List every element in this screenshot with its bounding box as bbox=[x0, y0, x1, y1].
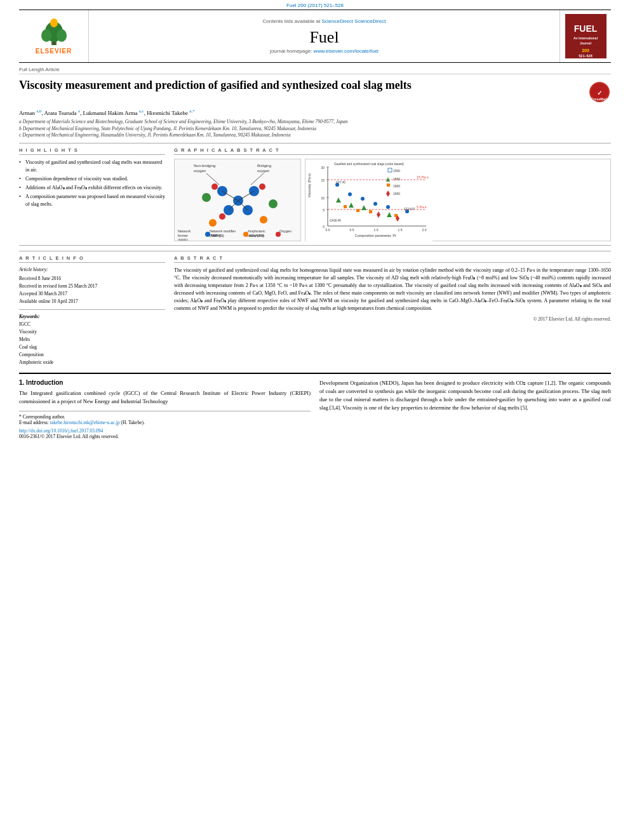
svg-text:(NWF): (NWF) bbox=[178, 238, 188, 241]
svg-text:Gasified and synthesized coal : Gasified and synthesized coal slags (col… bbox=[334, 162, 404, 166]
svg-text:1500: 1500 bbox=[393, 169, 400, 173]
svg-text:Composition parameter, Pt: Composition parameter, Pt bbox=[354, 234, 396, 237]
svg-point-2 bbox=[41, 29, 51, 42]
copyright-line: © 2017 Elsevier Ltd. All rights reserved… bbox=[174, 316, 611, 322]
svg-text:Amphoteric: Amphoteric bbox=[248, 229, 265, 233]
abstract-col: A B S T R A C T The viscosity of gasifie… bbox=[174, 255, 611, 366]
introduction-section: 1. Introduction The Integrated gasificat… bbox=[19, 379, 611, 439]
intro-heading: 1. Introduction bbox=[19, 379, 311, 386]
affiliation-a: a Department of Materials Science and Bi… bbox=[19, 119, 611, 126]
main-content-divider bbox=[19, 373, 611, 374]
keywords-list: IGCC Viscosity Melts Coal slag Compositi… bbox=[19, 321, 165, 366]
journal-header: ELSEVIER Contents lists available at Sci… bbox=[19, 10, 611, 63]
svg-rect-85 bbox=[344, 205, 347, 208]
crossmark-badge: ✓ CrossMark bbox=[588, 81, 611, 103]
svg-point-76 bbox=[348, 192, 352, 196]
svg-text:521–528: 521–528 bbox=[579, 54, 592, 58]
highlight-item-4: A composition parameter was proposed bas… bbox=[19, 193, 165, 208]
journal-name: Fuel bbox=[309, 28, 338, 47]
svg-point-36 bbox=[209, 219, 217, 227]
journal-homepage: journal homepage: www.elsevier.com/locat… bbox=[270, 48, 379, 54]
svg-text:200: 200 bbox=[582, 48, 589, 53]
svg-text:FUEL: FUEL bbox=[573, 23, 597, 34]
svg-text:Oxygen: Oxygen bbox=[279, 229, 292, 233]
graphical-abstract-section: G R A P H I C A L A B S T R A C T Non-br… bbox=[174, 147, 611, 241]
svg-point-48 bbox=[276, 232, 281, 237]
svg-text:GF7.40: GF7.40 bbox=[336, 181, 346, 184]
svg-text:Network: Network bbox=[178, 229, 191, 233]
svg-text:AO (Al,Fe): AO (Al,Fe) bbox=[249, 234, 264, 237]
svg-rect-86 bbox=[356, 209, 359, 212]
highlight-item-3: Additions of Al₂O₃ and Fe₂O₃ exhibit dif… bbox=[19, 184, 165, 192]
journal-reference: Fuel 200 (2017) 521–528 bbox=[0, 0, 630, 10]
elsevier-name: ELSEVIER bbox=[36, 48, 72, 55]
svg-point-79 bbox=[386, 205, 390, 209]
svg-text:5 Pa·s: 5 Pa·s bbox=[417, 205, 427, 209]
highlights-section: H I G H L I G H T S Viscosity of gasifie… bbox=[19, 147, 165, 241]
graphical-abstract-box: Non-bridging oxygen Bridging oxygen bbox=[174, 159, 611, 241]
article-title: Viscosity measurement and prediction of … bbox=[19, 78, 582, 93]
svg-text:10: 10 bbox=[321, 196, 325, 200]
svg-point-3 bbox=[57, 29, 67, 42]
footnote-section: * Corresponding author. E-mail address: … bbox=[19, 411, 311, 439]
article-history-label: Article history: bbox=[19, 267, 165, 272]
fuel-logo-image: FUEL An International Journal 200 521–52… bbox=[565, 14, 607, 58]
svg-text:An International: An International bbox=[573, 36, 598, 40]
svg-point-34 bbox=[202, 193, 211, 202]
keyword-4: Coal slag bbox=[19, 343, 165, 351]
divider-3 bbox=[19, 309, 165, 310]
fuel-logo-box: FUEL An International Journal 200 521–52… bbox=[560, 10, 611, 62]
svg-text:CF14.57: CF14.57 bbox=[404, 208, 415, 211]
svg-text:GA30.46: GA30.46 bbox=[330, 219, 341, 222]
keywords-section: Keywords: IGCC Viscosity Melts Coal slag… bbox=[19, 314, 165, 366]
svg-text:Bridging: Bridging bbox=[257, 164, 271, 168]
fuel-logo-svg: FUEL An International Journal 200 521–52… bbox=[565, 14, 607, 58]
svg-point-33 bbox=[219, 213, 225, 220]
svg-text:5: 5 bbox=[323, 208, 325, 212]
divider-2 bbox=[19, 245, 611, 246]
svg-point-46 bbox=[205, 232, 210, 237]
svg-text:former: former bbox=[178, 234, 188, 237]
svg-text:2.0: 2.0 bbox=[422, 228, 427, 232]
svg-text:0.5: 0.5 bbox=[350, 228, 354, 232]
section-divider bbox=[19, 143, 611, 143]
svg-text:oxygen: oxygen bbox=[257, 169, 269, 173]
intro-right: Development Organization (NEDO), Japan h… bbox=[319, 379, 611, 439]
article-type-label: Full Length Article bbox=[19, 67, 611, 74]
title-row: Viscosity measurement and prediction of … bbox=[19, 78, 611, 103]
elsevier-tree-icon bbox=[35, 18, 73, 46]
svg-text:15: 15 bbox=[321, 178, 325, 182]
article-container: Full Length Article Viscosity measuremen… bbox=[19, 63, 611, 439]
highlight-item-1: Viscosity of gasified and synthesized co… bbox=[19, 159, 165, 174]
journal-title-area: Contents lists available at ScienceDirec… bbox=[89, 10, 560, 62]
highlights-label: H I G H L I G H T S bbox=[19, 147, 165, 155]
svg-text:Viscosity (Pa·s): Viscosity (Pa·s) bbox=[307, 173, 311, 197]
ga-viscosity-chart: Gasified and synthesized coal slags (col… bbox=[305, 159, 611, 241]
highlight-item-2: Composition dependence of viscosity was … bbox=[19, 175, 165, 183]
affiliation-b: b Department of Mechanical Engineering, … bbox=[19, 126, 611, 133]
intro-left-text: The Integrated gasification combined cyc… bbox=[19, 389, 311, 406]
intro-right-text: Development Organization (NEDO), Japan h… bbox=[319, 379, 611, 413]
elsevier-logo: ELSEVIER bbox=[19, 10, 89, 62]
received-date: Received 8 June 2016 bbox=[19, 275, 165, 283]
history-dates: Received 8 June 2016 Received in revised… bbox=[19, 275, 165, 305]
keyword-3: Melts bbox=[19, 336, 165, 343]
keyword-1: IGCC bbox=[19, 321, 165, 328]
available-online-date: Available online 10 April 2017 bbox=[19, 298, 165, 305]
contents-line: Contents lists available at ScienceDirec… bbox=[263, 18, 386, 24]
keywords-title: Keywords: bbox=[19, 314, 165, 319]
info-abstract-row: A R T I C L E I N F O Article history: R… bbox=[19, 251, 611, 366]
svg-text:1.5: 1.5 bbox=[398, 228, 403, 232]
article-info-label: A R T I C L E I N F O bbox=[19, 255, 165, 263]
svg-text:1.0: 1.0 bbox=[374, 228, 379, 232]
abstract-text: The viscosity of gasified and synthesize… bbox=[174, 267, 611, 312]
keyword-6: Amphoteric oxide bbox=[19, 359, 165, 366]
svg-text:NWF (Si): NWF (Si) bbox=[211, 234, 224, 237]
received-revised-date: Received in revised form 25 March 2017 bbox=[19, 283, 165, 290]
svg-text:1550: 1550 bbox=[393, 177, 400, 181]
keyword-5: Composition bbox=[19, 351, 165, 359]
article-info-col: A R T I C L E I N F O Article history: R… bbox=[19, 255, 165, 366]
affiliation-c: c Department of Mechanical Engineering, … bbox=[19, 132, 611, 139]
svg-text:oxygen: oxygen bbox=[194, 169, 206, 173]
intro-left: 1. Introduction The Integrated gasificat… bbox=[19, 379, 311, 439]
